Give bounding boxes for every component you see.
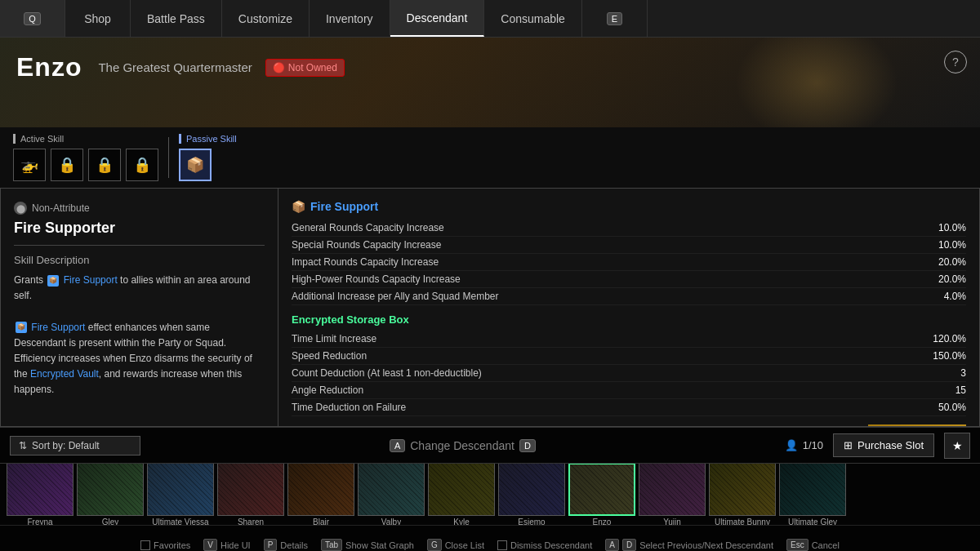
- crosshatch-viessa: [148, 464, 213, 515]
- top-navigation: Q Shop Battle Pass Customize Inventory D…: [0, 0, 980, 38]
- star-icon: ★: [952, 439, 963, 452]
- sort-button[interactable]: ⇅ Sort by: Default: [10, 436, 140, 455]
- sort-icon: ⇅: [19, 440, 27, 451]
- nav-q-button[interactable]: Q: [0, 0, 65, 37]
- active-skill-icon-1[interactable]: 🚁: [13, 149, 46, 181]
- char-card-ultimate-bunny[interactable]: Ultimate Bunny: [709, 464, 776, 525]
- crosshatch-ultimate-gley: [780, 464, 845, 515]
- fire-support-icon: 📦: [292, 200, 305, 213]
- char-card-sharen[interactable]: Sharen: [217, 464, 284, 525]
- nav-descendant[interactable]: Descendant: [390, 0, 485, 37]
- attribute-label: Non-Attribute: [32, 202, 90, 214]
- crosshatch-enzo: [570, 464, 634, 514]
- char-name-enzo: Enzo: [593, 518, 612, 526]
- char-name-gley: Gley: [102, 518, 119, 526]
- skill-description-panel: ⬤ Non-Attribute Fire Supporter Skill Des…: [0, 188, 278, 427]
- char-name-kyle: Kyle: [453, 518, 469, 526]
- hint-close-list: G Close List: [427, 539, 484, 551]
- bottom-controls: ⇅ Sort by: Default A Change Descendant D…: [0, 428, 980, 464]
- ad-key: A: [605, 539, 619, 551]
- passive-skill-icon-1[interactable]: 📦: [179, 149, 212, 181]
- char-card-kyle[interactable]: Kyle: [428, 464, 495, 525]
- stat-value-3: 20.0%: [938, 256, 966, 268]
- cancel-label: Cancel: [812, 540, 840, 550]
- char-card-esiemo[interactable]: Esiemo: [498, 464, 565, 525]
- slot-info: 👤 1/10: [785, 439, 823, 451]
- hero-section: Enzo The Greatest Quartermaster 🔴 Not Ow…: [0, 38, 980, 127]
- stat-row-1: General Rounds Capacity Increase 10.0%: [292, 220, 966, 237]
- nav-customize[interactable]: Customize: [222, 0, 310, 37]
- skills-section: Active Skill 🚁 🔒 🔒 🔒 Passive Skill 📦: [0, 127, 980, 188]
- active-skill-icon-3[interactable]: 🔒: [88, 149, 121, 181]
- active-skill-icon-4[interactable]: 🔒: [126, 149, 158, 181]
- char-portrait-blair: [287, 464, 354, 516]
- hint-cancel: Esc Cancel: [786, 539, 840, 551]
- stat-row-2: Special Rounds Capacity Increase 10.0%: [292, 237, 966, 254]
- char-card-ultimate-gley[interactable]: Ultimate Gley: [779, 464, 846, 525]
- fire-support-link-2: Fire Support: [31, 322, 85, 333]
- close-list-label: Close List: [445, 540, 484, 550]
- purchase-button[interactable]: Purchase: [868, 424, 966, 427]
- crosshatch-gley: [78, 464, 143, 515]
- skill-name: Fire Supporter: [14, 220, 265, 246]
- main-content: ⬤ Non-Attribute Fire Supporter Skill Des…: [0, 188, 980, 427]
- stat-value-1: 10.0%: [938, 222, 966, 233]
- nav-consumable-label: Consumable: [501, 12, 565, 25]
- hint-hide-ui: V Hide UI: [203, 539, 250, 551]
- stat-label-9: Angle Reduction: [292, 384, 363, 396]
- help-button[interactable]: ?: [944, 51, 967, 73]
- nav-inventory[interactable]: Inventory: [310, 0, 390, 37]
- details-label: Details: [280, 540, 308, 550]
- crosshatch-valby: [359, 464, 424, 515]
- stat-row-6: Time Limit Increase 120.0%: [292, 331, 966, 348]
- char-name-freyna: Freyna: [27, 518, 52, 526]
- favorites-checkbox: [140, 540, 150, 550]
- stat-value-10: 50.0%: [938, 402, 966, 413]
- help-icon: ?: [952, 56, 959, 69]
- dismiss-label: Dismiss Descendant: [510, 540, 592, 550]
- ad-key-d: D: [622, 539, 636, 551]
- stat-row-4: High-Power Rounds Capacity Increase 20.0…: [292, 271, 966, 288]
- stat-label-7: Speed Reduction: [292, 350, 367, 362]
- slot-icon: 👤: [785, 439, 798, 451]
- nav-shop[interactable]: Shop: [65, 0, 131, 37]
- char-card-ultimate-viessa[interactable]: Ultimate Viessa: [147, 464, 214, 525]
- char-card-valby[interactable]: Valby: [358, 464, 425, 525]
- favorite-star-button[interactable]: ★: [944, 433, 970, 459]
- fire-support-inline-icon: 📦: [47, 275, 59, 287]
- purchase-slot-grid-icon: ⊞: [844, 439, 853, 451]
- char-portrait-ultimate-viessa: [147, 464, 214, 516]
- stat-row-5: Additional Increase per Ally and Squad M…: [292, 288, 966, 305]
- char-card-gley[interactable]: Gley: [77, 464, 144, 525]
- char-card-blair[interactable]: Blair: [287, 464, 354, 525]
- encrypted-vault-link: Encrypted Vault: [30, 368, 99, 380]
- char-portrait-kyle: [428, 464, 495, 516]
- character-list: Freyna Gley Ultimate Viessa Sharen: [0, 464, 980, 525]
- char-name-esiemo: Esiemo: [518, 518, 545, 526]
- nav-battlepass[interactable]: Battle Pass: [131, 0, 222, 37]
- active-skill-icons: 🚁 🔒 🔒 🔒: [13, 149, 158, 181]
- char-name-yujin: Yujin: [663, 518, 681, 526]
- char-card-freyna[interactable]: Freyna: [7, 464, 74, 525]
- stat-label-1: General Rounds Capacity Increase: [292, 222, 444, 233]
- hide-ui-label: Hide UI: [220, 540, 251, 550]
- v-key: V: [203, 539, 217, 551]
- nav-customize-label: Customize: [238, 12, 292, 25]
- char-card-enzo[interactable]: Enzo: [568, 464, 635, 525]
- char-card-yujin[interactable]: Yujin: [639, 464, 706, 525]
- passive-skill-group: Passive Skill 📦: [179, 134, 237, 181]
- stat-label-5: Additional Increase per Ally and Squad M…: [292, 291, 498, 302]
- change-descendant-label: Change Descendant: [410, 439, 514, 452]
- esc-key: Esc: [786, 539, 808, 551]
- fire-support-inline-icon-2: 📦: [16, 322, 27, 333]
- nav-e-button[interactable]: E: [582, 0, 648, 37]
- stat-value-2: 10.0%: [938, 239, 966, 251]
- stat-row-8: Count Deduction (At least 1 non-deductib…: [292, 365, 966, 382]
- purchase-slot-button[interactable]: ⊞ Purchase Slot: [833, 433, 934, 457]
- crosshatch-kyle: [429, 464, 494, 515]
- active-skill-icon-2[interactable]: 🔒: [51, 149, 83, 181]
- tab-key: Tab: [321, 539, 342, 551]
- nav-consumable[interactable]: Consumable: [484, 0, 582, 37]
- not-owned-badge: 🔴 Not Owned: [265, 59, 345, 77]
- stat-row-9: Angle Reduction 15: [292, 382, 966, 399]
